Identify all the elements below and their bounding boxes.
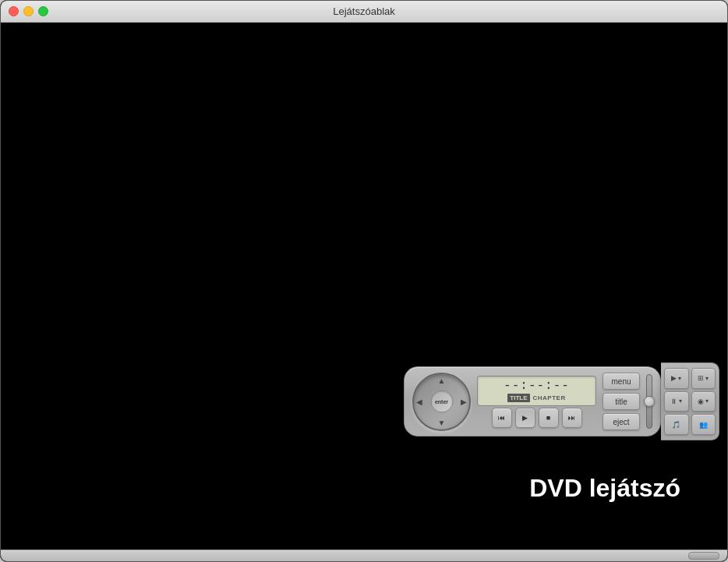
lcd-time: --:--:-- [482, 380, 591, 392]
pause-icon: ⏸ [670, 398, 677, 405]
dpad-right-button[interactable]: ▶ [461, 398, 467, 406]
ext-pause-button[interactable]: ⏸ ▾ [664, 391, 689, 412]
grid-icon: ⊞ [698, 374, 704, 382]
lcd-display: --:--:-- TITLE CHAPTER [477, 376, 596, 406]
window-title: Lejátszóablak [333, 5, 395, 17]
subtitle-icon: 🎵 [672, 421, 680, 429]
menu-button[interactable]: menu [603, 373, 640, 390]
eject-button[interactable]: eject [603, 413, 640, 430]
angle-icon: 👥 [699, 421, 708, 429]
minimize-button[interactable] [23, 6, 34, 16]
ext-play-arrow-button[interactable]: ▶ ▾ [664, 368, 689, 389]
fast-forward-icon: ⏭ [568, 414, 575, 422]
stop-icon: ■ [546, 414, 550, 422]
scrollbar[interactable] [1, 550, 727, 561]
dpad: ▲ ▼ ◀ ▶ enter [412, 373, 471, 431]
dvd-branding: DVD lejátszó [529, 474, 688, 503]
ext-dropdown3-icon: ▾ [679, 398, 682, 405]
dpad-down-button[interactable]: ▼ [438, 419, 446, 427]
lcd-title-label: TITLE [507, 394, 529, 402]
rewind-icon: ⏮ [498, 414, 505, 422]
audio-icon: ◉ [698, 398, 704, 405]
fast-forward-button[interactable]: ⏭ [562, 408, 582, 428]
title-button[interactable]: title [603, 393, 640, 410]
right-control-buttons: menu title eject [603, 373, 640, 430]
transport-controls: ⏮ ▶ ■ ⏭ [477, 408, 596, 428]
extended-panel: ▶ ▾ ⊞ ▾ ⏸ ▾ ◉ ▾ 🎵 � [661, 362, 719, 440]
maximize-button[interactable] [38, 6, 48, 16]
rewind-button[interactable]: ⏮ [492, 408, 512, 428]
ext-grid-button[interactable]: ⊞ ▾ [691, 368, 716, 389]
dpad-ring: ▲ ▼ ◀ ▶ enter [412, 373, 471, 431]
ext-angle-button[interactable]: 👥 [691, 414, 716, 435]
volume-slider [646, 374, 652, 429]
lcd-chapter-label: CHAPTER [533, 394, 566, 401]
dvd-brand-text: DVD lejátszó [529, 474, 680, 503]
title-bar: Lejátszóablak [1, 1, 727, 23]
main-window: Lejátszóablak DVD lejátszó ▲ ▼ ◀ ▶ enter [0, 0, 728, 562]
display-section: --:--:-- TITLE CHAPTER ⏮ ▶ [477, 376, 596, 428]
remote-body: ▲ ▼ ◀ ▶ enter --:--:-- TITLE CHAPTER [404, 366, 661, 437]
ext-subtitle-button[interactable]: 🎵 [664, 414, 689, 435]
ext-dropdown4-icon: ▾ [705, 398, 709, 405]
ext-dropdown1-icon: ▾ [678, 375, 681, 382]
stop-button[interactable]: ■ [539, 408, 559, 428]
dpad-left-button[interactable]: ◀ [416, 398, 422, 406]
ext-dropdown2-icon: ▾ [705, 375, 709, 382]
ext-audio-button[interactable]: ◉ ▾ [691, 391, 716, 412]
play-button[interactable]: ▶ [515, 408, 535, 428]
lcd-labels: TITLE CHAPTER [482, 394, 591, 402]
slider-track [646, 374, 652, 429]
video-content: DVD lejátszó ▲ ▼ ◀ ▶ enter [1, 23, 727, 550]
play-arrow-icon: ▶ [671, 374, 677, 382]
remote-control: ▲ ▼ ◀ ▶ enter --:--:-- TITLE CHAPTER [404, 362, 719, 440]
window-controls [9, 6, 48, 16]
play-icon: ▶ [522, 414, 528, 422]
close-button[interactable] [9, 6, 19, 16]
dpad-up-button[interactable]: ▲ [438, 376, 446, 385]
scroll-thumb[interactable] [688, 552, 719, 560]
dpad-enter-button[interactable]: enter [430, 391, 453, 413]
slider-thumb[interactable] [644, 396, 655, 407]
